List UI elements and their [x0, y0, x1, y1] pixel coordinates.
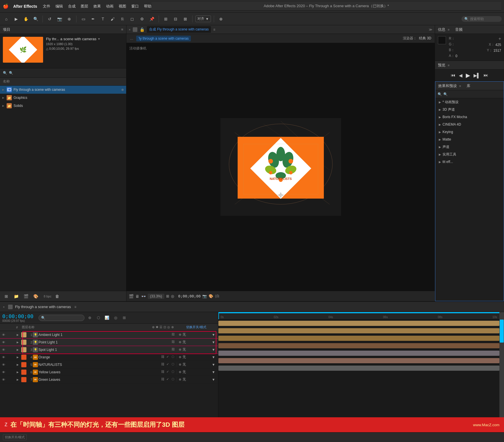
chain-icon[interactable]: ⛓ — [172, 333, 176, 337]
tl-motionblur-icon[interactable]: ◎ — [112, 314, 119, 321]
comp-tab-active[interactable]: 合成 Fly through a scene with cameras — [147, 26, 211, 33]
info-menu-icon[interactable]: ≡ — [448, 28, 449, 31]
brush-icon[interactable]: 🖌 — [109, 15, 117, 23]
table-row[interactable]: 👁 ▶ 2 💡 Point Light 1 ⛓ ⊕ 无 ▼ — [0, 339, 218, 346]
effects-item-keying[interactable]: ▶ Keying — [435, 128, 504, 136]
expand-icon[interactable]: ▶ — [17, 356, 21, 359]
expand-icon[interactable]: ▶ — [17, 333, 21, 336]
col-mode-switch[interactable]: 切换开关/模式 — [176, 325, 216, 329]
project-search-input[interactable] — [9, 71, 123, 75]
expand-icon[interactable]: ≫ — [429, 28, 432, 32]
dropdown-arrow[interactable]: ▼ — [212, 355, 215, 359]
menu-window[interactable]: 窗口 — [131, 4, 139, 9]
snapping-icon[interactable]: ⊕ — [217, 15, 225, 23]
tl-3d-icon[interactable]: ⬡ — [95, 314, 102, 321]
effects-item-cinema4d[interactable]: ▶ CINEMA 4D — [435, 121, 504, 128]
magnify-icon[interactable]: 🔍 — [32, 15, 40, 23]
pin-icon[interactable]: 📌 — [148, 15, 156, 23]
camera2-icon[interactable]: 📷 — [55, 15, 64, 23]
color-icon[interactable]: 🎨 — [32, 292, 40, 300]
select-icon[interactable]: ▶ — [12, 15, 20, 23]
search-input[interactable] — [470, 17, 499, 21]
library-tab[interactable]: 库 — [467, 83, 470, 89]
clone-icon[interactable]: ⎘ — [118, 15, 126, 23]
visibility-icon[interactable]: 👁 — [1, 362, 6, 367]
align-control[interactable]: 对齐 ▼ — [195, 16, 211, 22]
effects-item-matte[interactable]: ▶ Matte — [435, 136, 504, 143]
project-menu-icon[interactable]: ≡ — [121, 27, 123, 32]
effects-search-input[interactable] — [443, 92, 501, 96]
dropdown-arrow[interactable]: ▼ — [212, 370, 215, 374]
menu-compose[interactable]: 合成 — [68, 4, 76, 9]
zoom-control[interactable]: (33.3%) — [148, 294, 164, 299]
visibility-icon[interactable]: 👁 — [1, 377, 6, 382]
help-search[interactable]: 🔍 — [461, 16, 502, 22]
hand-icon[interactable]: ✋ — [22, 15, 30, 23]
effects-item-animation[interactable]: ▶ * 动画预设 — [435, 98, 504, 106]
chain-icon[interactable]: ⛓ — [161, 362, 166, 367]
effects-menu-icon[interactable]: ≡ — [459, 84, 461, 88]
dropdown-arrow[interactable]: ▼ — [212, 363, 215, 367]
dropdown-arrow[interactable]: ▼ — [212, 340, 215, 344]
project-search[interactable]: 🔍 — [0, 68, 126, 78]
tl-solo-icon[interactable]: ⊛ — [86, 314, 93, 321]
list-item-graphics[interactable]: ▶ 📁 Graphics — [0, 94, 126, 102]
list-item-comp[interactable]: ▶ Fly through a scene with cameras ⊕ — [0, 86, 126, 94]
home-icon[interactable]: ⌂ — [2, 15, 10, 23]
expand-icon[interactable]: ▶ — [17, 341, 21, 344]
table-row[interactable]: 👁 ▶ 3 💡 Spot Light 1 ⛓ ⊕ 无 ▼ — [0, 346, 218, 353]
tl-search-input[interactable] — [47, 316, 82, 320]
chain-icon[interactable]: ⛓ — [161, 355, 166, 360]
orbit-icon[interactable]: ⊕ — [65, 15, 73, 23]
expand-icon[interactable]: ▶ — [17, 363, 21, 366]
playhead[interactable] — [218, 312, 219, 319]
chain-icon[interactable]: ⛓ — [161, 377, 166, 382]
effects-item-audio[interactable]: ▶ 声道 — [435, 143, 504, 151]
visibility-icon[interactable]: 👁 — [1, 355, 6, 360]
audio-tab[interactable]: 音频 — [455, 27, 463, 32]
effects-search[interactable]: 🔍 — [435, 90, 504, 98]
prev-frame-btn[interactable]: ◀ — [459, 73, 462, 78]
dropdown-arrow[interactable]: ▼ — [212, 378, 215, 382]
visibility-icon[interactable]: 👁 — [1, 333, 6, 337]
effects-item-3d[interactable]: ▶ 3D 声道 — [435, 106, 504, 113]
menu-layer[interactable]: 图层 — [81, 4, 88, 9]
rotate-icon[interactable]: ↺ — [46, 15, 54, 23]
menu-help[interactable]: 帮助 — [144, 4, 151, 9]
expand-icon[interactable]: ▶ — [17, 348, 21, 351]
tab-menu-icon[interactable]: ≡ — [213, 28, 215, 32]
text-icon[interactable]: T — [99, 15, 107, 23]
motion-blur-icon[interactable]: ◎ — [171, 294, 174, 298]
delete-icon[interactable]: 🗑 — [53, 292, 61, 300]
visibility-icon[interactable]: 👁 — [1, 370, 6, 374]
skip-start-btn[interactable]: ⏮ — [451, 73, 455, 78]
effects-item-boris[interactable]: ▶ Boris FX Mocha — [435, 113, 504, 121]
camera-icon[interactable]: 📷 — [202, 294, 207, 298]
table-row[interactable]: 👁 ▶ 5 Ai NATURALISTS ⛓ ✓ ⬡ ⊕ 无 ▼ — [0, 361, 218, 368]
tab-close-icon[interactable]: × — [129, 28, 130, 31]
preview-menu-icon[interactable]: ≡ — [448, 64, 449, 67]
menu-view[interactable]: 视图 — [119, 4, 126, 9]
tl-graph-icon[interactable]: 📊 — [103, 314, 110, 321]
table-row[interactable]: 👁 ▶ 4 Ai Orange ⛓ ✓ ⬡ ⊕ 无 ▼ — [0, 353, 218, 361]
apple-icon[interactable]: 🍎 — [3, 3, 9, 9]
new-comp-icon[interactable]: ⊞ — [2, 292, 10, 300]
next-frame-btn[interactable]: ▶▌ — [474, 73, 480, 78]
timeline-close-icon[interactable]: × — [3, 305, 5, 309]
new-folder-icon[interactable]: 📁 — [12, 292, 20, 300]
visibility-icon[interactable]: 👁 — [1, 347, 6, 352]
eraser-icon[interactable]: ◻ — [128, 15, 136, 23]
track3-icon[interactable]: ⊠ — [181, 15, 189, 23]
menu-file[interactable]: 文件 — [43, 4, 50, 9]
effects-item-misc[interactable]: ▶ ttt eff... — [435, 158, 504, 166]
expand-icon[interactable]: ▶ — [17, 371, 21, 374]
table-row[interactable]: 👁 ▶ 7 Ai Green Leaves ⛓ ✓ ⬡ ⊕ 无 ▼ — [0, 376, 218, 383]
track-icon[interactable]: ⊞ — [162, 15, 170, 23]
color-picker-icon[interactable]: 🎨 — [209, 294, 213, 298]
skip-end-btn[interactable]: ⏭ — [484, 73, 488, 78]
track2-icon[interactable]: ⊟ — [172, 15, 180, 23]
tl-scroll-indicator[interactable] — [500, 320, 504, 343]
expand-icon[interactable]: ▶ — [17, 378, 21, 381]
puppet-icon[interactable]: ⚙ — [138, 15, 146, 23]
chain-icon[interactable]: ⛓ — [172, 340, 176, 345]
